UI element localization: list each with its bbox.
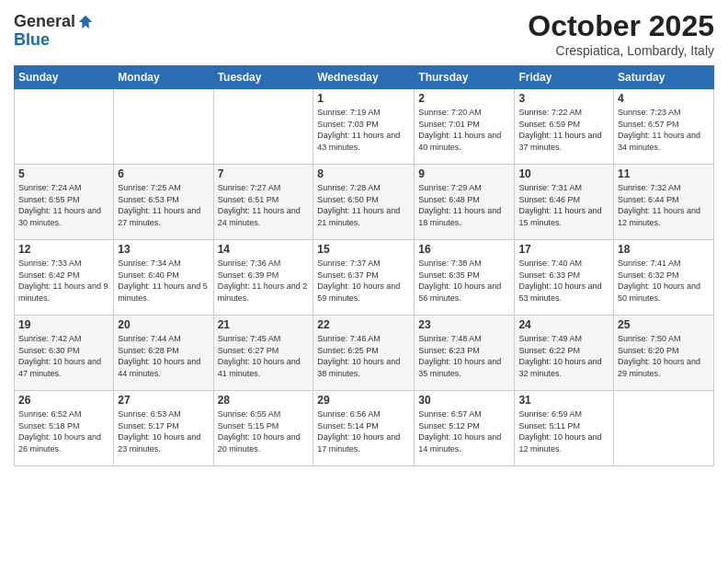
day-info: Sunrise: 7:29 AM Sunset: 6:48 PM Dayligh…	[418, 182, 510, 228]
calendar-cell: 16Sunrise: 7:38 AM Sunset: 6:35 PM Dayli…	[415, 240, 515, 316]
day-number: 23	[418, 318, 510, 331]
day-info: Sunrise: 7:46 AM Sunset: 6:25 PM Dayligh…	[317, 333, 410, 379]
calendar-week-row: 19Sunrise: 7:42 AM Sunset: 6:30 PM Dayli…	[15, 316, 714, 391]
calendar-cell: 15Sunrise: 7:37 AM Sunset: 6:37 PM Dayli…	[313, 240, 415, 316]
calendar-cell: 7Sunrise: 7:27 AM Sunset: 6:51 PM Daylig…	[213, 165, 313, 240]
calendar-cell: 17Sunrise: 7:40 AM Sunset: 6:33 PM Dayli…	[515, 240, 614, 316]
day-info: Sunrise: 7:33 AM Sunset: 6:42 PM Dayligh…	[18, 258, 109, 304]
day-of-week-header: Sunday	[15, 66, 114, 89]
day-number: 14	[218, 243, 310, 256]
day-number: 17	[518, 243, 609, 256]
day-info: Sunrise: 7:40 AM Sunset: 6:33 PM Dayligh…	[518, 258, 609, 304]
day-number: 25	[618, 318, 710, 331]
day-number: 5	[18, 167, 109, 180]
day-info: Sunrise: 6:55 AM Sunset: 5:15 PM Dayligh…	[218, 408, 310, 454]
day-number: 12	[18, 243, 109, 256]
calendar-cell: 9Sunrise: 7:29 AM Sunset: 6:48 PM Daylig…	[415, 165, 515, 240]
day-of-week-header: Thursday	[415, 66, 515, 89]
calendar-header-row: SundayMondayTuesdayWednesdayThursdayFrid…	[15, 66, 714, 89]
day-number: 6	[118, 167, 209, 180]
day-info: Sunrise: 7:32 AM Sunset: 6:44 PM Dayligh…	[618, 182, 710, 228]
day-number: 4	[618, 92, 710, 105]
day-info: Sunrise: 7:19 AM Sunset: 7:03 PM Dayligh…	[317, 107, 410, 153]
calendar-week-row: 26Sunrise: 6:52 AM Sunset: 5:18 PM Dayli…	[15, 391, 714, 466]
calendar-cell: 5Sunrise: 7:24 AM Sunset: 6:55 PM Daylig…	[15, 165, 114, 240]
calendar-cell	[15, 89, 114, 165]
day-number: 1	[317, 92, 410, 105]
calendar-cell	[614, 391, 714, 466]
day-info: Sunrise: 7:42 AM Sunset: 6:30 PM Dayligh…	[18, 333, 109, 379]
day-number: 27	[118, 394, 209, 407]
calendar-cell: 11Sunrise: 7:32 AM Sunset: 6:44 PM Dayli…	[614, 165, 714, 240]
day-number: 9	[418, 167, 510, 180]
day-of-week-header: Tuesday	[213, 66, 313, 89]
calendar-cell: 26Sunrise: 6:52 AM Sunset: 5:18 PM Dayli…	[15, 391, 114, 466]
day-info: Sunrise: 7:37 AM Sunset: 6:37 PM Dayligh…	[317, 258, 410, 304]
day-info: Sunrise: 7:24 AM Sunset: 6:55 PM Dayligh…	[18, 182, 109, 228]
day-info: Sunrise: 6:53 AM Sunset: 5:17 PM Dayligh…	[118, 408, 209, 454]
logo: General Blue	[14, 13, 94, 50]
calendar-cell: 12Sunrise: 7:33 AM Sunset: 6:42 PM Dayli…	[15, 240, 114, 316]
calendar-cell: 21Sunrise: 7:45 AM Sunset: 6:27 PM Dayli…	[213, 316, 313, 391]
day-number: 7	[218, 167, 310, 180]
day-number: 11	[618, 167, 710, 180]
calendar-cell: 23Sunrise: 7:48 AM Sunset: 6:23 PM Dayli…	[415, 316, 515, 391]
calendar-cell: 18Sunrise: 7:41 AM Sunset: 6:32 PM Dayli…	[614, 240, 714, 316]
calendar-cell: 4Sunrise: 7:23 AM Sunset: 6:57 PM Daylig…	[614, 89, 714, 165]
day-info: Sunrise: 7:25 AM Sunset: 6:53 PM Dayligh…	[118, 182, 209, 228]
calendar-cell: 29Sunrise: 6:56 AM Sunset: 5:14 PM Dayli…	[313, 391, 415, 466]
day-number: 10	[518, 167, 609, 180]
location: Crespiatica, Lombardy, Italy	[528, 43, 714, 58]
calendar-cell: 13Sunrise: 7:34 AM Sunset: 6:40 PM Dayli…	[114, 240, 213, 316]
day-number: 13	[118, 243, 209, 256]
month-title: October 2025	[528, 9, 714, 43]
title-block: October 2025 Crespiatica, Lombardy, Ital…	[528, 9, 714, 58]
day-info: Sunrise: 7:49 AM Sunset: 6:22 PM Dayligh…	[518, 333, 609, 379]
day-number: 16	[418, 243, 510, 256]
day-info: Sunrise: 7:22 AM Sunset: 6:59 PM Dayligh…	[518, 107, 609, 153]
calendar-week-row: 5Sunrise: 7:24 AM Sunset: 6:55 PM Daylig…	[15, 165, 714, 240]
day-number: 8	[317, 167, 410, 180]
calendar-cell: 8Sunrise: 7:28 AM Sunset: 6:50 PM Daylig…	[313, 165, 415, 240]
logo-general-text: General	[14, 13, 75, 31]
day-number: 30	[418, 394, 510, 407]
day-info: Sunrise: 7:48 AM Sunset: 6:23 PM Dayligh…	[418, 333, 510, 379]
calendar-cell: 27Sunrise: 6:53 AM Sunset: 5:17 PM Dayli…	[114, 391, 213, 466]
day-number: 21	[218, 318, 310, 331]
day-info: Sunrise: 7:27 AM Sunset: 6:51 PM Dayligh…	[218, 182, 310, 228]
day-info: Sunrise: 7:36 AM Sunset: 6:39 PM Dayligh…	[218, 258, 310, 304]
day-of-week-header: Friday	[515, 66, 614, 89]
day-info: Sunrise: 7:41 AM Sunset: 6:32 PM Dayligh…	[618, 258, 710, 304]
logo-blue-text: Blue	[14, 30, 50, 49]
day-info: Sunrise: 7:34 AM Sunset: 6:40 PM Dayligh…	[118, 258, 209, 304]
day-info: Sunrise: 7:20 AM Sunset: 7:01 PM Dayligh…	[418, 107, 510, 153]
calendar-cell: 31Sunrise: 6:59 AM Sunset: 5:11 PM Dayli…	[515, 391, 614, 466]
calendar-cell: 3Sunrise: 7:22 AM Sunset: 6:59 PM Daylig…	[515, 89, 614, 165]
calendar: SundayMondayTuesdayWednesdayThursdayFrid…	[14, 65, 714, 466]
day-info: Sunrise: 6:57 AM Sunset: 5:12 PM Dayligh…	[418, 408, 510, 454]
day-number: 2	[418, 92, 510, 105]
day-info: Sunrise: 6:52 AM Sunset: 5:18 PM Dayligh…	[18, 408, 109, 454]
day-info: Sunrise: 7:28 AM Sunset: 6:50 PM Dayligh…	[317, 182, 410, 228]
calendar-cell: 30Sunrise: 6:57 AM Sunset: 5:12 PM Dayli…	[415, 391, 515, 466]
day-info: Sunrise: 7:45 AM Sunset: 6:27 PM Dayligh…	[218, 333, 310, 379]
calendar-cell	[114, 89, 213, 165]
calendar-cell: 14Sunrise: 7:36 AM Sunset: 6:39 PM Dayli…	[213, 240, 313, 316]
day-of-week-header: Monday	[114, 66, 213, 89]
calendar-cell: 2Sunrise: 7:20 AM Sunset: 7:01 PM Daylig…	[415, 89, 515, 165]
logo-icon	[77, 14, 94, 30]
day-info: Sunrise: 7:50 AM Sunset: 6:20 PM Dayligh…	[618, 333, 710, 379]
calendar-cell: 25Sunrise: 7:50 AM Sunset: 6:20 PM Dayli…	[614, 316, 714, 391]
day-of-week-header: Saturday	[614, 66, 714, 89]
calendar-cell: 19Sunrise: 7:42 AM Sunset: 6:30 PM Dayli…	[15, 316, 114, 391]
day-info: Sunrise: 6:56 AM Sunset: 5:14 PM Dayligh…	[317, 408, 410, 454]
day-info: Sunrise: 6:59 AM Sunset: 5:11 PM Dayligh…	[518, 408, 609, 454]
calendar-cell	[213, 89, 313, 165]
day-number: 18	[618, 243, 710, 256]
day-number: 26	[18, 394, 109, 407]
day-number: 19	[18, 318, 109, 331]
calendar-cell: 22Sunrise: 7:46 AM Sunset: 6:25 PM Dayli…	[313, 316, 415, 391]
day-number: 29	[317, 394, 410, 407]
calendar-cell: 20Sunrise: 7:44 AM Sunset: 6:28 PM Dayli…	[114, 316, 213, 391]
day-info: Sunrise: 7:44 AM Sunset: 6:28 PM Dayligh…	[118, 333, 209, 379]
